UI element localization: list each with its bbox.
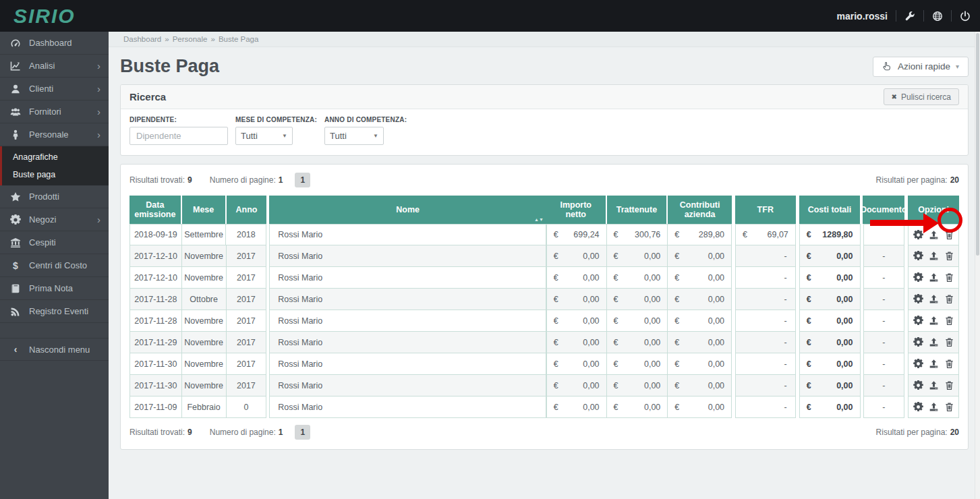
sidebar-item-analisi[interactable]: Analisi› (0, 55, 109, 78)
column-header-costi[interactable]: Costi totali (799, 196, 861, 224)
cell-trattenute: €0,00 (607, 310, 668, 332)
column-header-data[interactable]: Data emissione (129, 196, 182, 224)
cell-data: 2017-12-10 (129, 245, 182, 267)
delete-row-button[interactable] (944, 380, 954, 390)
delete-row-button[interactable] (944, 316, 954, 326)
sidebar-item-prodotti[interactable]: Prodotti (0, 185, 109, 208)
title-row: Buste Paga Azioni rapide ▾ (120, 56, 969, 77)
cell-importo: €0,00 (546, 375, 607, 397)
cell-trattenute: €0,00 (607, 353, 668, 375)
settings-row-button[interactable] (913, 316, 923, 326)
settings-row-button[interactable] (913, 380, 923, 390)
wrench-icon[interactable] (904, 11, 915, 22)
upload-row-button[interactable] (929, 272, 939, 283)
column-header-trattenute[interactable]: Trattenute (607, 196, 668, 224)
sidebar-item-negozi[interactable]: Negozi› (0, 208, 109, 231)
settings-row-button[interactable] (913, 230, 923, 240)
collapse-menu-label: Nascondi menu (29, 345, 90, 355)
vertical-scrollbar[interactable] (975, 32, 980, 499)
cell-anno: 2018 (226, 224, 266, 245)
upload-row-button[interactable] (929, 251, 939, 261)
column-header-tfr[interactable]: TFR (735, 196, 796, 224)
settings-row-button[interactable] (913, 272, 923, 283)
settings-row-button[interactable] (913, 294, 923, 304)
cell-documento: - (863, 245, 905, 267)
year-select[interactable]: Tutti ▼ (324, 127, 384, 145)
settings-row-button[interactable] (913, 337, 923, 347)
column-header-anno[interactable]: Anno (227, 196, 267, 224)
cell-mese: Febbraio (182, 397, 227, 418)
cell-contributi: €289,80 (668, 224, 732, 245)
cell-value: 0,00 (708, 338, 724, 347)
page-number-button[interactable]: 1 (295, 425, 310, 440)
sidebar-item-registro-eventi[interactable]: Registro Eventi (0, 300, 109, 323)
sort-arrows-icon[interactable]: ▲▼ (534, 217, 544, 223)
upload-row-button[interactable] (929, 316, 939, 326)
sidebar-item-prima-nota[interactable]: Prima Nota (0, 277, 109, 300)
upload-row-button[interactable] (929, 402, 939, 412)
breadcrumb-item-personale[interactable]: Personale (173, 35, 208, 43)
clear-search-button[interactable]: ✖ Pulisci ricerca (884, 88, 959, 105)
delete-row-button[interactable] (944, 402, 954, 412)
page-number-button[interactable]: 1 (295, 173, 310, 187)
cell-importo: €0,00 (546, 267, 607, 289)
column-header-nome[interactable]: Nome▲▼ (269, 196, 546, 224)
cell-value: 289,80 (699, 230, 724, 239)
quick-actions-button[interactable]: Azioni rapide ▾ (873, 57, 969, 77)
sidebar-item-cespiti[interactable]: Cespiti (0, 231, 109, 254)
cell-costi: €0,00 (799, 310, 861, 332)
column-header-mese[interactable]: Mese (182, 196, 227, 224)
delete-row-button[interactable] (944, 251, 954, 261)
month-select[interactable]: Tutti ▼ (235, 127, 293, 145)
sidebar-item-clienti[interactable]: Clienti› (0, 78, 109, 100)
delete-row-button[interactable] (944, 359, 954, 369)
sidebar-subitem-anagrafiche[interactable]: Anagrafiche (2, 148, 109, 166)
cell-value: 0,00 (708, 403, 724, 412)
settings-row-button[interactable] (913, 251, 923, 261)
search-panel-header: Ricerca ✖ Pulisci ricerca (121, 85, 968, 109)
main-area: Buste Paga Azioni rapide ▾ Ricerca ✖ Pul… (109, 47, 980, 450)
sidebar-item-fornitori[interactable]: Fornitori› (0, 100, 109, 123)
cell-anno: 2017 (227, 310, 267, 332)
globe-icon[interactable] (932, 11, 943, 22)
employee-input[interactable] (129, 127, 228, 145)
upload-row-button[interactable] (929, 294, 939, 304)
delete-row-button[interactable] (944, 272, 954, 283)
breadcrumb-item-dashboard[interactable]: Dashboard (123, 35, 161, 43)
column-header-contributi[interactable]: Contributi azienda (668, 196, 732, 224)
upload-row-button[interactable] (929, 359, 939, 369)
settings-row-button[interactable] (913, 359, 923, 369)
breadcrumb-item-buste-paga[interactable]: Buste Paga (219, 35, 258, 43)
username[interactable]: mario.rossi (837, 11, 888, 22)
euro-symbol: € (743, 230, 747, 239)
sidebar-item-label: Fornitori (29, 107, 61, 117)
chevron-right-icon: › (97, 216, 100, 224)
person-icon (8, 129, 23, 140)
delete-row-button[interactable] (944, 337, 954, 347)
collapse-menu-button[interactable]: ‹ Nascondi menu (0, 338, 109, 361)
euro-symbol: € (554, 273, 558, 283)
table-row: 2017-12-10Novembre2017Rossi Mario€0,00€0… (129, 267, 959, 289)
settings-row-button[interactable] (913, 402, 923, 412)
upload-row-button[interactable] (929, 337, 939, 347)
cell-contributi: €0,00 (668, 310, 732, 332)
table-row: 2017-11-28Novembre2017Rossi Mario€0,00€0… (129, 310, 959, 332)
sidebar-item-centri-di-costo[interactable]: $Centri di Costo (0, 254, 109, 277)
sidebar-item-dashboard[interactable]: Dashboard (0, 32, 109, 55)
cell-value: 0,00 (836, 359, 853, 369)
cell-anno: 2017 (227, 289, 267, 310)
cell-contributi: €0,00 (668, 353, 732, 375)
cell-contributi: €0,00 (668, 375, 732, 397)
rss-icon (8, 306, 23, 317)
sidebar-item-personale[interactable]: Personale› (0, 123, 109, 146)
scrollbar-thumb[interactable] (976, 33, 979, 256)
sidebar-subitem-buste-paga[interactable]: Buste paga (2, 166, 109, 183)
cell-mese: Novembre (182, 332, 227, 353)
power-icon[interactable] (960, 11, 971, 22)
cell-data: 2017-11-30 (129, 375, 182, 397)
upload-row-button[interactable] (929, 380, 939, 390)
delete-row-button[interactable] (944, 294, 954, 304)
svg-text:$: $ (13, 260, 18, 271)
cell-value: 0,00 (708, 273, 724, 283)
column-header-importo[interactable]: Importo netto (546, 196, 607, 224)
